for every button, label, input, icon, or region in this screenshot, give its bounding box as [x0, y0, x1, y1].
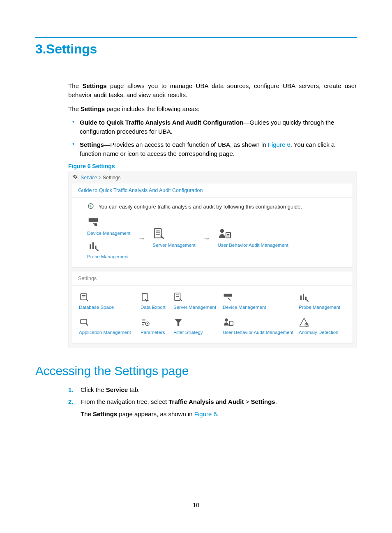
gear-icon — [73, 175, 79, 181]
settings-parameters[interactable]: Parameters — [141, 317, 173, 336]
svg-rect-32 — [229, 321, 233, 326]
guide-panel: Guide to Quick Traffic Analysis And Audi… — [72, 183, 353, 268]
text: . — [275, 398, 277, 405]
bullet-item-settings: Settings—Provides an access to each func… — [68, 140, 357, 158]
text: . — [217, 410, 219, 417]
settings-database-space[interactable]: Database Space — [79, 292, 141, 311]
guide-panel-header: Guide to Quick Traffic Analysis And Audi… — [72, 183, 353, 198]
svg-point-31 — [225, 318, 228, 322]
text: page includes the following areas: — [105, 105, 199, 112]
steps-column: 1. Click the Service tab. 2. From the na… — [68, 385, 357, 419]
settings-probe-management[interactable]: Probe Management — [299, 292, 352, 311]
figure-screenshot: Service > Settings Guide to Quick Traffi… — [68, 171, 357, 348]
intro-paragraph-1: The Settings page allows you to manage U… — [68, 81, 357, 100]
settings-data-export[interactable]: Data Export — [141, 292, 173, 311]
settings-anomaly-detection[interactable]: Anomaly Detection — [299, 317, 352, 336]
bullet-item-guide: Guide to Quick Traffic Analysis And Audi… — [68, 118, 357, 136]
bold: Settings — [93, 410, 117, 417]
svg-point-30 — [147, 323, 148, 324]
svg-rect-23 — [303, 294, 304, 300]
label: Data Export — [141, 304, 173, 311]
settings-panel-header: Settings — [72, 271, 353, 286]
step-number: 1. — [68, 385, 74, 394]
label: User Behavior Audit Management — [223, 329, 299, 336]
svg-point-2 — [95, 223, 97, 226]
label: Anomaly Detection — [299, 329, 352, 336]
page-number: 10 — [0, 502, 392, 508]
label: Filter Strategy — [173, 329, 223, 336]
flow-label: Server Management — [152, 242, 195, 249]
flow-probe[interactable]: Probe Management — [87, 241, 130, 260]
svg-rect-17 — [142, 294, 147, 301]
bullet-list: Guide to Quick Traffic Analysis And Audi… — [68, 118, 357, 158]
flow-uba[interactable]: User Behavior Audit Management — [218, 228, 288, 249]
label: Database Space — [79, 304, 141, 311]
flow-label: User Behavior Audit Management — [218, 242, 288, 249]
svg-rect-4 — [92, 242, 94, 249]
flow-device[interactable]: Device Management — [87, 217, 130, 237]
config-guide-icon — [87, 203, 95, 209]
label: Application Management — [79, 329, 141, 336]
label: Probe Management — [299, 304, 352, 311]
breadcrumb-current: Settings — [103, 175, 120, 181]
chapter-heading: 3.Settings — [35, 42, 357, 57]
settings-application-management[interactable]: Application Management — [79, 317, 141, 336]
section-heading: Accessing the Settings page — [35, 364, 357, 378]
settings-server-management[interactable]: Server Management — [173, 292, 223, 311]
svg-rect-5 — [95, 246, 96, 249]
body-column: The Settings page allows you to manage U… — [68, 81, 357, 348]
bold: Traffic Analysis and Audit — [168, 398, 244, 405]
svg-rect-1 — [89, 218, 98, 222]
text: The — [81, 410, 93, 417]
svg-point-10 — [220, 229, 224, 233]
text: —Provides an access to each function of … — [104, 141, 268, 148]
step-2: 2. From the navigation tree, select Traf… — [68, 397, 357, 419]
text: Click the — [81, 386, 106, 393]
flow-label: Probe Management — [87, 253, 129, 260]
bold: Settings — [81, 105, 105, 112]
bold: Settings — [251, 398, 275, 405]
svg-rect-11 — [226, 232, 231, 238]
svg-rect-25 — [81, 320, 87, 324]
flow-server[interactable]: Server Management — [152, 228, 195, 249]
text: You can easily configure traffic analysi… — [98, 204, 302, 210]
label: Server Management — [173, 304, 223, 311]
svg-rect-21 — [224, 294, 232, 297]
flow-diagram: Device Management Probe Management → Ser… — [87, 217, 346, 260]
settings-panel: Settings Database Space Data Export Serv… — [72, 271, 353, 343]
label: Parameters — [141, 329, 173, 336]
settings-uba-management[interactable]: User Behavior Audit Management — [223, 317, 299, 336]
text: The — [68, 82, 82, 89]
settings-device-management[interactable]: Device Management — [223, 292, 299, 311]
step-1: 1. Click the Service tab. — [68, 385, 357, 394]
figure-caption: Figure 6 Settings — [68, 162, 357, 170]
arrow-icon: → — [138, 233, 145, 244]
steps-list: 1. Click the Service tab. 2. From the na… — [68, 385, 357, 419]
bold: Settings — [82, 82, 106, 89]
arrow-icon: → — [203, 233, 210, 244]
top-rule — [35, 37, 357, 38]
text: > — [244, 398, 251, 405]
bold: Settings — [80, 141, 104, 148]
breadcrumb-service[interactable]: Service — [81, 175, 97, 181]
text: page allows you to manage UBA data sourc… — [68, 82, 357, 98]
guide-message: You can easily configure traffic analysi… — [87, 203, 346, 211]
label: Device Management — [223, 304, 299, 311]
svg-rect-3 — [90, 244, 91, 249]
figure-link[interactable]: Figure 6 — [268, 141, 291, 148]
breadcrumb-sep: > — [97, 175, 103, 181]
breadcrumb: Service > Settings — [69, 172, 356, 183]
text: The — [68, 105, 81, 112]
intro-paragraph-2: The Settings page includes the following… — [68, 104, 357, 114]
step-number: 2. — [68, 397, 74, 406]
settings-grid: Database Space Data Export Server Manage… — [72, 286, 353, 343]
bold: Service — [106, 386, 128, 393]
settings-filter-strategy[interactable]: Filter Strategy — [173, 317, 223, 336]
text: tab. — [128, 386, 140, 393]
figure-link[interactable]: Figure 6 — [194, 410, 217, 417]
flow-label: Device Management — [87, 230, 130, 237]
text: From the navigation tree, select — [81, 398, 168, 405]
svg-rect-22 — [300, 296, 302, 300]
bold: Guide to Quick Traffic Analysis And Audi… — [80, 119, 243, 126]
svg-rect-24 — [305, 297, 307, 300]
